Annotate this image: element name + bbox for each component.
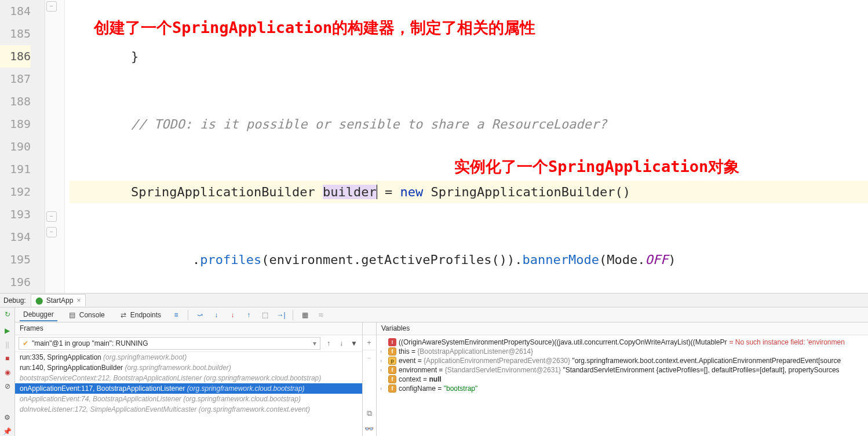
- code-method: profiles: [200, 252, 261, 267]
- line-number: 193: [0, 203, 31, 226]
- debug-label: Debug:: [3, 296, 26, 305]
- code-text: (environment.getActiveProfiles()).: [261, 252, 522, 267]
- close-icon[interactable]: ×: [75, 296, 82, 305]
- debugger-tab[interactable]: Debugger: [20, 309, 57, 321]
- tab-label: Console: [79, 311, 105, 319]
- run-config-icon: ⬤: [35, 296, 44, 305]
- variable-row[interactable]: › f configName = "bootstrap": [377, 384, 868, 393]
- fold-gutter: − − −: [45, 0, 65, 293]
- line-number: 189: [0, 113, 31, 135]
- code-editor[interactable]: 184 185 186 187 188 189 190 191 192 193 …: [0, 0, 868, 294]
- mute-breakpoints-icon[interactable]: ⊘: [3, 382, 12, 391]
- drop-frame-icon[interactable]: ⬚: [260, 310, 269, 320]
- variable-row[interactable]: › p event = {ApplicationEnvironmentPrepa…: [377, 356, 868, 365]
- debug-toolwindow-header: Debug: ⬤ StartApp ×: [0, 294, 868, 307]
- code-area[interactable]: } // TODO: is it possible or sensible to…: [65, 0, 868, 293]
- trace-icon[interactable]: ≋: [316, 310, 326, 320]
- code-text: .: [70, 252, 200, 267]
- annotation-overlay: 创建了一个SpringApplication的构建器，制定了相关的属性: [94, 16, 535, 39]
- tab-label: Endpoints: [130, 311, 161, 319]
- console-tab[interactable]: ▤ Console: [64, 309, 108, 321]
- run-to-cursor-icon[interactable]: →|: [276, 310, 286, 320]
- watch-error-row[interactable]: ! ((OriginAwareSystemEnvironmentProperty…: [377, 338, 868, 347]
- threads-icon[interactable]: ≡: [172, 310, 181, 320]
- code-comment: // TODO: is it possible or sensible to s…: [70, 117, 607, 131]
- code-text: }: [70, 49, 138, 64]
- frame-row[interactable]: run:335, SpringApplication (org.springfr…: [15, 352, 362, 362]
- line-number: 194: [0, 226, 31, 248]
- pause-icon[interactable]: ||: [3, 340, 12, 349]
- code-text: (Mode.: [599, 252, 645, 267]
- frame-row[interactable]: run:140, SpringApplicationBuilder (org.s…: [15, 362, 362, 373]
- line-number: 191: [0, 158, 31, 181]
- code-variable: builder: [323, 185, 377, 199]
- fold-toggle-icon[interactable]: −: [46, 227, 57, 237]
- thread-selector[interactable]: ✔ "main"@1 in group "main": RUNNING ▾: [19, 337, 320, 350]
- copy-icon[interactable]: ⧉: [363, 406, 375, 421]
- code-text: ): [668, 252, 676, 267]
- evaluate-icon[interactable]: ▦: [300, 310, 309, 320]
- resume-icon[interactable]: ▶: [3, 326, 12, 335]
- code-text: =: [377, 185, 400, 199]
- code-text: SpringApplicationBuilder: [70, 185, 323, 199]
- run-config-name: StartApp: [46, 296, 74, 305]
- annotation-overlay: 实例化了一个SpringApplication对象: [454, 155, 739, 178]
- line-gutter: 184 185 186 187 188 189 190 191 192 193 …: [0, 0, 45, 293]
- code-method: bannerMode: [522, 252, 599, 267]
- step-over-icon[interactable]: ⤻: [195, 310, 205, 320]
- frame-row[interactable]: onApplicationEvent:74, BootstrapApplicat…: [15, 394, 362, 404]
- line-number: 184: [0, 0, 31, 23]
- variable-row[interactable]: f context = null: [377, 375, 868, 384]
- frame-row[interactable]: bootstrapServiceContext:212, BootstrapAp…: [15, 373, 362, 383]
- variables-panel: Variables ! ((OriginAwareSystemEnvironme…: [377, 323, 868, 436]
- line-number: 190: [0, 135, 31, 158]
- debug-side-toolbar: ▶ || ■ ◉ ⊘ ⚙ 📌: [0, 323, 15, 436]
- force-step-into-icon[interactable]: ↓: [228, 310, 237, 320]
- line-number: 195: [0, 248, 31, 271]
- prev-frame-icon[interactable]: ↑: [324, 339, 333, 348]
- next-frame-icon[interactable]: ↓: [337, 339, 346, 348]
- thread-label: "main"@1 in group "main": RUNNING: [32, 339, 148, 347]
- line-number: 188: [0, 90, 31, 113]
- frames-controls: ✔ "main"@1 in group "main": RUNNING ▾ ↑ …: [15, 335, 362, 352]
- line-number: 186: [0, 45, 31, 68]
- variable-row[interactable]: › f this = {BootstrapApplicationListener…: [377, 347, 868, 356]
- frame-row[interactable]: onApplicationEvent:117, BootstrapApplica…: [15, 383, 362, 394]
- frames-title: Frames: [15, 323, 362, 335]
- endpoints-icon: ⇄: [119, 310, 128, 320]
- code-keyword: new: [400, 185, 424, 199]
- line-number: 187: [0, 68, 31, 90]
- console-icon: ▤: [68, 310, 77, 320]
- fold-toggle-icon[interactable]: −: [46, 211, 57, 222]
- variable-row[interactable]: › f environment = {StandardServletEnviro…: [377, 365, 868, 375]
- settings-icon[interactable]: ⚙: [3, 413, 12, 422]
- new-watch-icon[interactable]: +: [363, 335, 375, 350]
- frame-row[interactable]: doInvokeListener:172, SimpleApplicationE…: [15, 404, 362, 415]
- line-number: 185: [0, 23, 31, 45]
- fold-toggle-icon[interactable]: −: [46, 1, 57, 12]
- code-constant: OFF: [645, 252, 668, 267]
- code-text: SpringApplicationBuilder(): [423, 185, 630, 199]
- variables-title: Variables: [377, 323, 868, 335]
- pin-icon[interactable]: 📌: [3, 427, 12, 436]
- endpoints-tab[interactable]: ⇄ Endpoints: [115, 309, 165, 321]
- line-number: 196: [0, 271, 31, 294]
- line-number: 192: [0, 181, 31, 203]
- separator: [293, 310, 293, 320]
- frames-panel: Frames ✔ "main"@1 in group "main": RUNNI…: [15, 323, 363, 436]
- tab-label: Debugger: [23, 310, 54, 318]
- watches-icon[interactable]: 👓: [363, 421, 375, 436]
- stop-icon[interactable]: ■: [3, 354, 12, 363]
- debug-run-config-tab[interactable]: ⬤ StartApp ×: [31, 294, 86, 306]
- step-into-icon[interactable]: ↓: [211, 310, 221, 320]
- variables-tree[interactable]: ! ((OriginAwareSystemEnvironmentProperty…: [377, 335, 868, 436]
- filter-icon[interactable]: ▼: [349, 339, 359, 348]
- separator: [188, 310, 188, 320]
- frames-list[interactable]: run:335, SpringApplication (org.springfr…: [15, 352, 362, 436]
- remove-watch-icon[interactable]: −: [363, 350, 375, 365]
- step-out-icon[interactable]: ↑: [244, 310, 253, 320]
- debug-toolbar: ↻ Debugger ▤ Console ⇄ Endpoints ≡ ⤻ ↓ ↓…: [0, 307, 868, 323]
- rerun-icon[interactable]: ↻: [3, 310, 12, 319]
- breakpoints-icon[interactable]: ◉: [3, 368, 12, 377]
